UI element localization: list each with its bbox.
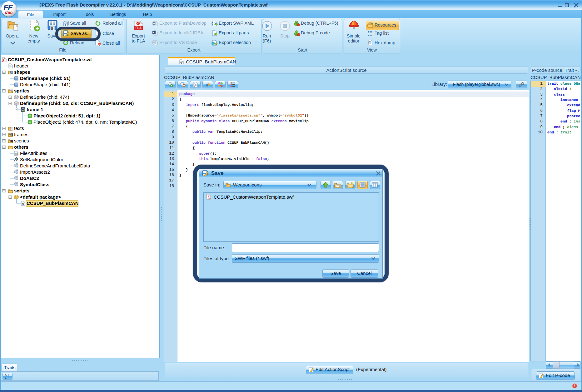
svg-text:!: ! xyxy=(574,384,575,388)
svg-text:swf: swf xyxy=(208,197,211,199)
svg-text:FLA: FLA xyxy=(136,26,142,30)
svg-text:Z: Z xyxy=(5,376,7,379)
svg-text:A: A xyxy=(194,82,195,85)
